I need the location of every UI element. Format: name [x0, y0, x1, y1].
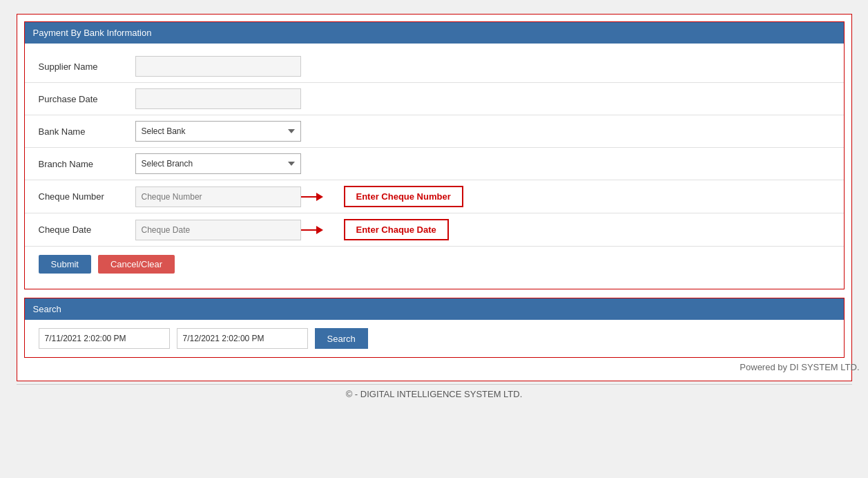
search-date-to[interactable] [177, 328, 308, 349]
bank-name-select[interactable]: Select Bank [135, 121, 301, 142]
cheque-number-annotation: Enter Cheque Number [344, 186, 463, 207]
submit-button[interactable]: Submit [39, 255, 91, 274]
branch-name-select[interactable]: Select Branch [135, 153, 301, 174]
powered-by-text: Powered by DI SYSTEM LTD. [24, 358, 860, 374]
search-panel-header: Search [25, 298, 844, 320]
cheque-date-label: Cheque Date [39, 224, 135, 235]
search-body: Search [25, 320, 844, 357]
cheque-number-label: Cheque Number [39, 191, 135, 202]
cheque-date-arrow [301, 226, 323, 234]
cheque-date-annotation: Enter Chaque Date [344, 219, 449, 240]
cheque-date-row: Cheque Date Enter Chaque Date [25, 213, 844, 247]
payment-panel-header: Payment By Bank Information [25, 22, 844, 44]
copyright-text: © - DIGITAL INTELLIGENCE SYSTEM LTD. [17, 384, 852, 403]
cheque-number-arrow [301, 193, 323, 201]
supplier-name-input[interactable] [135, 56, 301, 77]
cheque-date-arrow-body [301, 229, 316, 231]
search-button[interactable]: Search [315, 328, 368, 349]
supplier-name-row: Supplier Name [25, 50, 844, 83]
payment-panel: Payment By Bank Information Supplier Nam… [24, 21, 845, 289]
cheque-number-row: Cheque Number Enter Cheque Number [25, 180, 844, 213]
branch-name-row: Branch Name Select Branch [25, 148, 844, 180]
bank-name-row: Bank Name Select Bank [25, 115, 844, 148]
button-row: Submit Cancel/Clear [25, 247, 844, 282]
cheque-date-arrowhead [316, 226, 323, 234]
cheque-number-annotation-row: Enter Cheque Number [135, 186, 463, 207]
cheque-date-input[interactable] [135, 220, 301, 240]
cheque-number-arrow-body [301, 196, 316, 198]
cancel-button[interactable]: Cancel/Clear [98, 255, 175, 274]
payment-panel-body: Supplier Name Purchase Date Bank Name Se… [25, 44, 844, 289]
supplier-name-label: Supplier Name [39, 61, 135, 72]
search-date-from[interactable] [39, 328, 170, 349]
purchase-date-row: Purchase Date [25, 83, 844, 115]
cheque-number-arrowhead [316, 193, 323, 201]
cheque-date-annotation-row: Enter Chaque Date [135, 219, 449, 240]
bank-name-label: Bank Name [39, 126, 135, 137]
purchase-date-input[interactable] [135, 88, 301, 109]
purchase-date-label: Purchase Date [39, 94, 135, 104]
search-panel: Search Search [24, 298, 845, 358]
branch-name-label: Branch Name [39, 159, 135, 169]
cheque-number-input[interactable] [135, 187, 301, 207]
